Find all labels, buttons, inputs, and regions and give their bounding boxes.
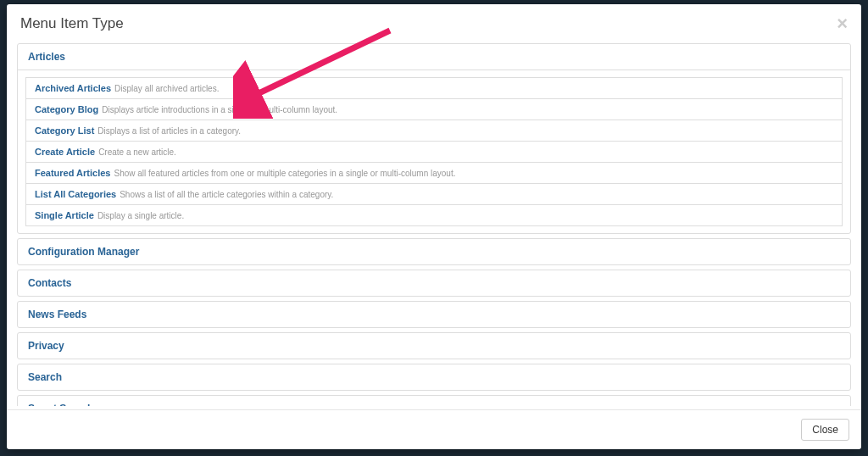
close-button[interactable]: Close xyxy=(801,419,849,441)
panel-heading[interactable]: News Feeds xyxy=(18,302,850,327)
panel-search: Search xyxy=(17,364,851,391)
modal-body[interactable]: Articles Archived Articles Display all a… xyxy=(7,43,861,406)
item-category-list[interactable]: Category List Displays a list of article… xyxy=(25,120,843,141)
item-featured-articles[interactable]: Featured Articles Show all featured arti… xyxy=(25,162,843,183)
item-link: Category List xyxy=(35,125,94,136)
item-create-article[interactable]: Create Article Create a new article. xyxy=(25,141,843,162)
item-desc: Display a single article. xyxy=(97,211,184,220)
item-list-all-categories[interactable]: List All Categories Shows a list of all … xyxy=(25,183,843,204)
item-link: List All Categories xyxy=(35,189,116,199)
menu-item-type-modal: Menu Item Type × Articles Archived Artic… xyxy=(7,4,861,449)
modal-footer: Close xyxy=(7,409,861,449)
panel-heading-articles[interactable]: Articles xyxy=(18,44,850,70)
panel-smart-search: Smart Search xyxy=(17,395,851,406)
articles-item-list: Archived Articles Display all archived a… xyxy=(25,77,843,226)
close-icon[interactable]: × xyxy=(837,14,848,33)
item-link: Featured Articles xyxy=(35,168,110,178)
item-link: Single Article xyxy=(35,210,94,220)
item-link: Category Blog xyxy=(35,104,98,114)
item-desc: Displays a list of articles in a categor… xyxy=(97,126,241,136)
item-desc: Display all archived articles. xyxy=(114,84,219,93)
panel-body-articles: Archived Articles Display all archived a… xyxy=(18,70,850,233)
panel-contacts: Contacts xyxy=(17,270,851,297)
item-category-blog[interactable]: Category Blog Displays article introduct… xyxy=(25,98,843,120)
modal-title: Menu Item Type xyxy=(20,15,124,32)
item-desc: Create a new article. xyxy=(98,147,176,157)
panel-heading[interactable]: Contacts xyxy=(18,270,850,296)
item-link: Create Article xyxy=(35,147,95,157)
panel-privacy: Privacy xyxy=(17,332,851,359)
panel-heading[interactable]: Configuration Manager xyxy=(18,239,850,264)
panel-articles: Articles Archived Articles Display all a… xyxy=(17,43,851,234)
modal-header: Menu Item Type × xyxy=(7,4,861,43)
panel-configuration-manager: Configuration Manager xyxy=(17,238,851,265)
item-archived-articles[interactable]: Archived Articles Display all archived a… xyxy=(25,77,843,98)
item-desc: Show all featured articles from one or m… xyxy=(114,169,455,178)
item-link: Archived Articles xyxy=(35,83,111,93)
item-single-article[interactable]: Single Article Display a single article. xyxy=(25,204,843,226)
panel-news-feeds: News Feeds xyxy=(17,301,851,328)
panel-heading[interactable]: Privacy xyxy=(18,333,850,359)
item-desc: Displays article introductions in a sing… xyxy=(102,105,337,114)
panel-heading[interactable]: Smart Search xyxy=(18,396,850,406)
item-desc: Shows a list of all the article categori… xyxy=(120,190,333,199)
panel-heading[interactable]: Search xyxy=(18,364,850,390)
